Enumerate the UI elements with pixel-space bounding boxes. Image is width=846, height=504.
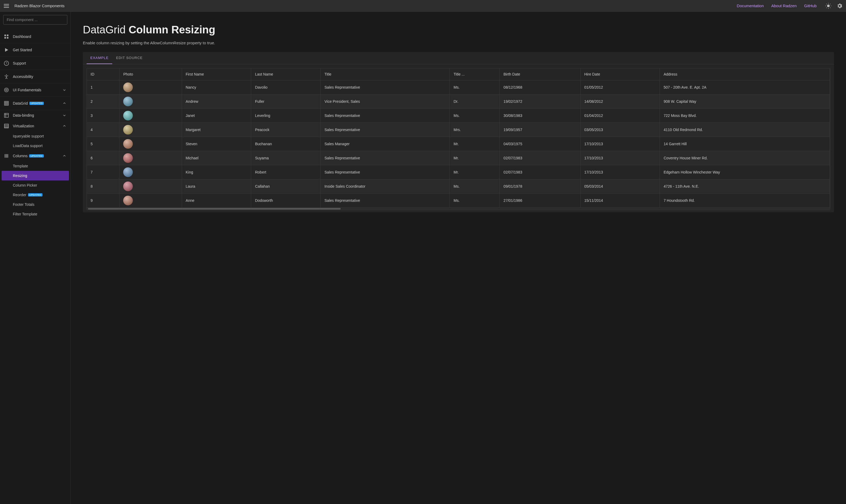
- chevron-down-icon: [62, 88, 67, 92]
- cell-birth-date: 09/01/1978: [500, 179, 581, 193]
- cell-birth-date: 02/07/1983: [500, 151, 581, 165]
- search-input[interactable]: [3, 15, 67, 24]
- svg-rect-11: [7, 37, 8, 38]
- grid-icon: [4, 101, 9, 106]
- menu-icon[interactable]: [3, 3, 10, 9]
- column-header-title[interactable]: Title: [321, 68, 450, 80]
- table-row[interactable]: 2AndrewFullerVice President, SalesDr.19/…: [87, 94, 830, 108]
- sidebar-item-accessibility[interactable]: Accessibility: [0, 70, 71, 83]
- cell-id: 2: [87, 94, 119, 108]
- target-icon: [4, 87, 9, 93]
- cell-hire-date: 01/04/2012: [581, 108, 660, 123]
- avatar: [123, 111, 133, 120]
- column-header-title-[interactable]: Title ...: [450, 68, 500, 80]
- cell-title: Sales Manager: [321, 137, 450, 151]
- nav-link-github[interactable]: GitHub: [804, 3, 817, 8]
- sidebar-item-iqueryable-support[interactable]: Iqueryable support: [0, 131, 71, 141]
- sidebar-item-loaddata-support[interactable]: LoadData support: [0, 141, 71, 150]
- cell-title-of-courtesy: Dr.: [450, 94, 500, 108]
- column-header-address[interactable]: Address: [660, 68, 830, 80]
- cell-photo: [119, 165, 182, 179]
- svg-point-0: [827, 4, 830, 7]
- page-title-light: DataGrid: [83, 24, 128, 36]
- page-title-bold: Column Resizing: [128, 24, 215, 36]
- cell-first-name: Michael: [182, 151, 251, 165]
- table-row[interactable]: 6MichaelSuyamaSales RepresentativeMr.02/…: [87, 151, 830, 165]
- chevron-up-icon: [62, 154, 67, 158]
- cell-birth-date: 02/07/1983: [500, 165, 581, 179]
- horizontal-scrollbar[interactable]: [87, 208, 830, 210]
- cell-address: 4110 Old Redmond Rd.: [660, 123, 830, 137]
- settings-icon[interactable]: [836, 3, 843, 9]
- cell-address: 4726 - 11th Ave. N.E.: [660, 179, 830, 193]
- sidebar-item-columns[interactable]: ColumnsUPDATED: [0, 150, 71, 161]
- column-header-id[interactable]: ID: [87, 68, 119, 80]
- cell-address: Coventry House Miner Rd.: [660, 151, 830, 165]
- sidebar-item-dashboard[interactable]: Dashboard: [0, 30, 71, 43]
- app-title: Radzen Blazor Components: [14, 3, 65, 8]
- cell-first-name: Janet: [182, 108, 251, 123]
- cell-hire-date: 03/05/2013: [581, 123, 660, 137]
- tabs: EXAMPLE EDIT SOURCE: [83, 52, 834, 64]
- sidebar-item-ui-fundamentals[interactable]: UI Fundamentals: [0, 83, 71, 97]
- sidebar-item-virtualization[interactable]: Virtualization: [0, 121, 71, 131]
- datagrid[interactable]: IDPhotoFirst NameLast NameTitleTitle ...…: [87, 68, 830, 210]
- table-row[interactable]: 7KingRobertSales RepresentativeMr.02/07/…: [87, 165, 830, 179]
- theme-toggle-icon[interactable]: [825, 3, 832, 9]
- cell-id: 6: [87, 151, 119, 165]
- sidebar-item-reorder[interactable]: ReorderUPDATED: [0, 190, 71, 200]
- updated-badge: UPDATED: [29, 154, 44, 158]
- cell-title: Sales Representative: [321, 108, 450, 123]
- cell-birth-date: 08/12/1968: [500, 80, 581, 94]
- sidebar-item-datagrid[interactable]: DataGridUPDATED: [0, 97, 71, 110]
- sidebar-item-column-picker[interactable]: Column Picker: [0, 180, 71, 190]
- sidebar-item-label: Virtualization: [13, 124, 34, 128]
- column-header-photo[interactable]: Photo: [119, 68, 182, 80]
- sidebar-item-label: Data-binding: [13, 113, 34, 118]
- sidebar-item-get-started[interactable]: Get Started: [0, 43, 71, 57]
- sidebar-item-label: Filter Template: [13, 212, 37, 216]
- sidebar-item-label: Get Started: [13, 48, 32, 52]
- sidebar-item-resizing[interactable]: Resizing: [2, 171, 69, 180]
- sidebar-item-label: Template: [13, 164, 28, 168]
- table-row[interactable]: 1NancyDavolioSales RepresentativeMs.08/1…: [87, 80, 830, 94]
- sidebar-item-label: Accessibility: [13, 74, 33, 79]
- column-header-birth-date[interactable]: Birth Date: [500, 68, 581, 80]
- table-row[interactable]: 4MargaretPeacockSales RepresentativeMrs.…: [87, 123, 830, 137]
- column-header-last-name[interactable]: Last Name: [251, 68, 321, 80]
- cell-title-of-courtesy: Ms.: [450, 108, 500, 123]
- sidebar-item-label: LoadData support: [13, 144, 42, 148]
- sidebar-item-footer-totals[interactable]: Footer Totals: [0, 200, 71, 209]
- table-row[interactable]: 9AnneDodsworthSales RepresentativeMs.27/…: [87, 193, 830, 208]
- table-row[interactable]: 3JanetLeverlingSales RepresentativeMs.30…: [87, 108, 830, 123]
- play-icon: [4, 47, 9, 53]
- table-row[interactable]: 5StevenBuchananSales ManagerMr.04/03/197…: [87, 137, 830, 151]
- tab-edit-source[interactable]: EDIT SOURCE: [112, 52, 146, 64]
- nav-link-documentation[interactable]: Documentation: [737, 3, 764, 8]
- cell-id: 9: [87, 193, 119, 208]
- svg-rect-20: [4, 101, 8, 105]
- cell-last-name: Robert: [251, 165, 321, 179]
- cell-photo: [119, 179, 182, 193]
- cell-title-of-courtesy: Ms.: [450, 193, 500, 208]
- sidebar-item-support[interactable]: ?Support: [0, 57, 71, 70]
- cell-id: 4: [87, 123, 119, 137]
- avatar: [123, 181, 133, 191]
- cell-title-of-courtesy: Ms.: [450, 80, 500, 94]
- nav-link-about[interactable]: About Radzen: [771, 3, 797, 8]
- cell-first-name: Laura: [182, 179, 251, 193]
- sidebar-item-data-binding[interactable]: Data-binding: [0, 110, 71, 121]
- tab-example[interactable]: EXAMPLE: [87, 52, 112, 64]
- cell-last-name: Peacock: [251, 123, 321, 137]
- page-subtitle: Enable column resizing by setting the Al…: [83, 40, 834, 45]
- cell-photo: [119, 94, 182, 108]
- sidebar-item-template[interactable]: Template: [0, 161, 71, 171]
- column-header-first-name[interactable]: First Name: [182, 68, 251, 80]
- svg-rect-25: [4, 113, 8, 118]
- svg-line-4: [830, 7, 830, 8]
- avatar: [123, 125, 133, 134]
- column-header-hire-date[interactable]: Hire Date: [581, 68, 660, 80]
- table-row[interactable]: 8LauraCallahanInside Sales CoordinatorMs…: [87, 179, 830, 193]
- cell-birth-date: 19/09/1957: [500, 123, 581, 137]
- sidebar-item-filter-template[interactable]: Filter Template: [0, 209, 71, 219]
